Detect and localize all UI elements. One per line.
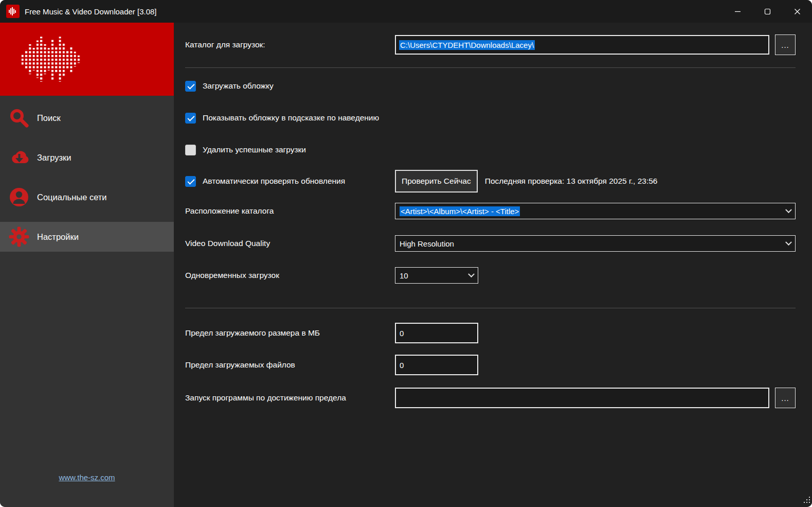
simultaneous-downloads-select[interactable]: 10 xyxy=(395,267,478,284)
run-program-label: Запуск программы по достижению предела xyxy=(185,393,395,403)
cloud-download-icon xyxy=(7,146,31,169)
waveform-logo-icon xyxy=(21,32,86,86)
size-limit-label: Предел загружаемого размера в МБ xyxy=(185,328,395,338)
video-quality-select[interactable]: High Resolution xyxy=(395,235,796,252)
person-icon xyxy=(7,185,31,209)
checkbox-label: Показывать обложку в подсказке по наведе… xyxy=(203,113,379,123)
app-logo-banner xyxy=(0,23,174,96)
tooltip-cover-checkbox-row: Показывать обложку в подсказке по наведе… xyxy=(174,111,812,125)
simultaneous-downloads-row: Одновременных загрузок 10 xyxy=(174,267,812,284)
sidebar: Поиск Загрузки xyxy=(0,23,174,507)
website-link-container: www.the-sz.com xyxy=(0,473,174,482)
download-dir-browse-button[interactable]: ... xyxy=(775,34,796,55)
size-limit-input[interactable] xyxy=(395,323,478,343)
sidebar-item-label: Загрузки xyxy=(37,153,71,163)
run-program-row: Запуск программы по достижению предела .… xyxy=(174,388,812,408)
sidebar-item-label: Социальные сети xyxy=(37,193,107,202)
search-icon xyxy=(7,106,31,130)
chevron-down-icon xyxy=(785,239,792,246)
checkbox-label: Автоматически проверять обновления xyxy=(203,177,345,186)
file-limit-row: Предел загружаемых файлов xyxy=(174,355,812,375)
app-window: Free Music & Video Downloader [3.08] xyxy=(0,0,812,507)
auto-update-row: Автоматически проверять обновления Прове… xyxy=(174,170,812,193)
remove-successful-checkbox[interactable] xyxy=(185,145,196,155)
sidebar-item-downloads[interactable]: Загрузки xyxy=(0,143,174,172)
remove-successful-checkbox-row: Удалить успешные загрузки xyxy=(174,143,812,157)
folder-layout-label: Расположение каталога xyxy=(185,206,395,216)
checkbox-label: Удалить успешные загрузки xyxy=(203,145,306,154)
separator xyxy=(185,67,796,68)
sidebar-item-settings[interactable]: Настройки xyxy=(0,222,174,252)
video-quality-value: High Resolution xyxy=(400,239,454,248)
last-check-text: Последняя проверка: 13 октября 2025 г., … xyxy=(485,177,658,186)
video-quality-label: Video Download Quality xyxy=(185,239,395,248)
close-button[interactable] xyxy=(782,0,812,23)
gear-icon xyxy=(7,225,31,249)
separator xyxy=(185,308,796,308)
folder-layout-row: Расположение каталога <Artist>\<Album>\<… xyxy=(174,203,812,219)
check-now-button[interactable]: Проверить Сейчас xyxy=(395,170,478,193)
download-cover-checkbox[interactable] xyxy=(185,81,196,92)
website-link[interactable]: www.the-sz.com xyxy=(59,473,115,482)
file-limit-input[interactable] xyxy=(395,355,478,375)
chevron-down-icon xyxy=(785,206,792,213)
download-dir-value: C:\Users\CTYDEHT\Downloads\Lacey\ xyxy=(399,40,535,50)
download-dir-input[interactable]: C:\Users\CTYDEHT\Downloads\Lacey\ xyxy=(395,35,769,55)
run-program-browse-button[interactable]: ... xyxy=(775,388,796,408)
sidebar-menu: Поиск Загрузки xyxy=(0,103,174,252)
settings-panel: Каталог для загрузок: C:\Users\CTYDEHT\D… xyxy=(174,23,812,507)
chevron-down-icon xyxy=(468,271,475,277)
simultaneous-downloads-label: Одновременных загрузок xyxy=(185,271,395,280)
sidebar-item-search[interactable]: Поиск xyxy=(0,103,174,133)
window-title: Free Music & Video Downloader [3.08] xyxy=(25,7,157,16)
sidebar-item-social[interactable]: Социальные сети xyxy=(0,182,174,212)
file-limit-label: Предел загружаемых файлов xyxy=(185,360,395,370)
video-quality-row: Video Download Quality High Resolution xyxy=(174,235,812,252)
size-limit-row: Предел загружаемого размера в МБ xyxy=(174,323,812,343)
title-bar: Free Music & Video Downloader [3.08] xyxy=(0,0,812,23)
cover-checkbox-row: Загружать обложку xyxy=(174,79,812,93)
download-dir-row: Каталог для загрузок: C:\Users\CTYDEHT\D… xyxy=(174,34,812,55)
simultaneous-downloads-value: 10 xyxy=(400,271,408,280)
sidebar-item-label: Настройки xyxy=(37,232,79,242)
sidebar-item-label: Поиск xyxy=(37,113,61,123)
run-program-input[interactable] xyxy=(395,388,769,408)
maximize-button[interactable] xyxy=(752,0,782,23)
resize-grip[interactable] xyxy=(804,496,810,505)
download-dir-label: Каталог для загрузок: xyxy=(185,40,395,49)
checkbox-label: Загружать обложку xyxy=(203,81,274,91)
folder-layout-value: <Artist>\<Album>\<Artist> - <Title> xyxy=(400,206,520,216)
show-cover-tooltip-checkbox[interactable] xyxy=(185,113,196,124)
folder-layout-select[interactable]: <Artist>\<Album>\<Artist> - <Title> xyxy=(395,203,796,219)
minimize-button[interactable] xyxy=(723,0,752,23)
window-controls xyxy=(723,0,812,23)
app-logo-icon xyxy=(6,5,20,18)
auto-update-checkbox[interactable] xyxy=(185,176,196,187)
